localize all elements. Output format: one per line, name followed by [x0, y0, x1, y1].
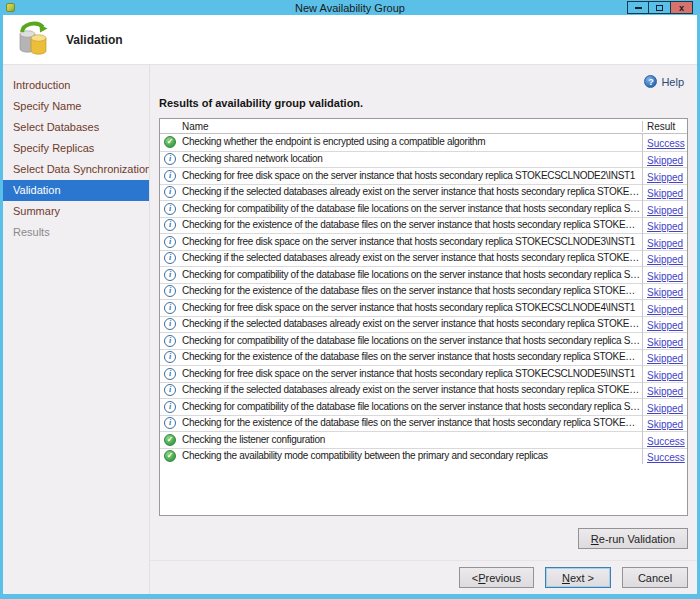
result-link[interactable]: Skipped — [647, 254, 683, 265]
info-icon: i — [164, 186, 176, 198]
sidebar-item-select-data-synchronization[interactable]: Select Data Synchronization — [3, 159, 149, 180]
new-availability-group-dialog: New Availability Group x Validation — [0, 0, 700, 599]
check-name: Checking for free disk space on the serv… — [180, 300, 642, 316]
check-name: Checking if the selected databases alrea… — [180, 316, 642, 332]
info-icon: i — [164, 384, 176, 396]
table-row: ✓ Checking whether the endpoint is encry… — [160, 134, 687, 151]
check-name: Checking for compatibility of the databa… — [180, 267, 642, 283]
sidebar-item-select-databases[interactable]: Select Databases — [3, 117, 149, 138]
info-icon: i — [164, 302, 176, 314]
table-row: i Checking if the selected databases alr… — [160, 316, 687, 333]
result-link[interactable]: Skipped — [647, 205, 683, 216]
maximize-button[interactable] — [649, 1, 671, 14]
check-name: Checking for the existence of the databa… — [180, 415, 642, 431]
sidebar-item-specify-replicas[interactable]: Specify Replicas — [3, 138, 149, 159]
info-icon: i — [164, 368, 176, 380]
sidebar-item-results: Results — [3, 222, 149, 243]
table-row: i Checking shared network location Skipp… — [160, 151, 687, 168]
window-controls: x — [627, 1, 693, 14]
app-icon — [6, 3, 15, 12]
result-link[interactable]: Skipped — [647, 155, 683, 166]
result-link[interactable]: Skipped — [647, 353, 683, 364]
page-title: Validation — [66, 33, 123, 47]
name-column-header: Name — [180, 121, 642, 132]
cancel-button[interactable]: Cancel — [622, 567, 688, 588]
info-icon: i — [164, 203, 176, 215]
result-link[interactable]: Success — [647, 138, 685, 149]
info-icon: i — [164, 417, 176, 429]
check-name: Checking whether the endpoint is encrypt… — [180, 134, 642, 150]
result-link[interactable]: Skipped — [647, 370, 683, 381]
maximize-icon — [656, 5, 663, 11]
window-title: New Availability Group — [295, 2, 405, 14]
table-empty-area — [160, 464, 687, 515]
help-label: Help — [661, 76, 684, 88]
check-name: Checking for compatibility of the databa… — [180, 333, 642, 349]
result-link[interactable]: Skipped — [647, 221, 683, 232]
info-icon: i — [164, 351, 176, 363]
minimize-button[interactable] — [627, 1, 649, 14]
rerun-validation-button[interactable]: Re-run Validation — [578, 528, 688, 549]
result-link[interactable]: Skipped — [647, 304, 683, 315]
table-row: i Checking if the selected databases alr… — [160, 382, 687, 399]
result-column-header: Result — [642, 121, 687, 132]
result-link[interactable]: Skipped — [647, 238, 683, 249]
info-icon: i — [164, 318, 176, 330]
wizard-steps-sidebar: IntroductionSpecify NameSelect Databases… — [3, 65, 150, 594]
table-row: i Checking if the selected databases alr… — [160, 250, 687, 267]
success-icon: ✓ — [164, 434, 176, 446]
table-row: i Checking for free disk space on the se… — [160, 365, 687, 382]
check-name: Checking for the existence of the databa… — [180, 217, 642, 233]
info-icon: i — [164, 153, 176, 165]
close-button[interactable]: x — [671, 1, 693, 14]
check-name: Checking if the selected databases alrea… — [180, 250, 642, 266]
info-icon: i — [164, 285, 176, 297]
sidebar-item-specify-name[interactable]: Specify Name — [3, 96, 149, 117]
result-link[interactable]: Skipped — [647, 320, 683, 331]
table-row: i Checking for compatibility of the data… — [160, 266, 687, 283]
result-link[interactable]: Success — [647, 436, 685, 447]
table-row: ✓ Checking the listener configuration Su… — [160, 431, 687, 448]
result-link[interactable]: Skipped — [647, 419, 683, 430]
sidebar-item-introduction[interactable]: Introduction — [3, 75, 149, 96]
check-name: Checking if the selected databases alrea… — [180, 184, 642, 200]
titlebar: New Availability Group x — [0, 0, 700, 15]
table-row: ✓ Checking the availability mode compati… — [160, 448, 687, 465]
result-link[interactable]: Skipped — [647, 287, 683, 298]
table-row: i Checking for the existence of the data… — [160, 349, 687, 366]
info-icon: i — [164, 335, 176, 347]
next-button[interactable]: Next > — [545, 567, 611, 588]
success-icon: ✓ — [164, 136, 176, 148]
info-icon: i — [164, 170, 176, 182]
check-name: Checking if the selected databases alrea… — [180, 382, 642, 398]
result-link[interactable]: Skipped — [647, 188, 683, 199]
validation-results-table: Name Result ✓ Checking whether the endpo… — [159, 118, 688, 516]
info-icon: i — [164, 219, 176, 231]
result-link[interactable]: Skipped — [647, 172, 683, 183]
result-link[interactable]: Skipped — [647, 271, 683, 282]
minimize-icon — [635, 7, 642, 9]
table-row: i Checking for compatibility of the data… — [160, 332, 687, 349]
table-row: i Checking for free disk space on the se… — [160, 167, 687, 184]
check-name: Checking the listener configuration — [180, 432, 642, 448]
check-name: Checking for the existence of the databa… — [180, 349, 642, 365]
check-name: Checking shared network location — [180, 151, 642, 167]
check-name: Checking for free disk space on the serv… — [180, 234, 642, 250]
result-link[interactable]: Success — [647, 452, 685, 463]
result-link[interactable]: Skipped — [647, 403, 683, 414]
main-content: ? Help Results of availability group val… — [150, 65, 697, 560]
table-row: i Checking for the existence of the data… — [160, 217, 687, 234]
info-icon: i — [164, 236, 176, 248]
help-icon: ? — [644, 75, 657, 88]
result-link[interactable]: Skipped — [647, 337, 683, 348]
wizard-footer: < Previous Next > Cancel — [150, 560, 697, 594]
check-name: Checking for compatibility of the databa… — [180, 399, 642, 415]
help-link[interactable]: ? Help — [644, 75, 684, 88]
sidebar-item-validation[interactable]: Validation — [3, 180, 149, 201]
table-row: i Checking for the existence of the data… — [160, 283, 687, 300]
result-link[interactable]: Skipped — [647, 386, 683, 397]
sidebar-item-summary[interactable]: Summary — [3, 201, 149, 222]
previous-button[interactable]: < Previous — [459, 567, 534, 588]
info-icon: i — [164, 269, 176, 281]
check-name: Checking for the existence of the databa… — [180, 283, 642, 299]
